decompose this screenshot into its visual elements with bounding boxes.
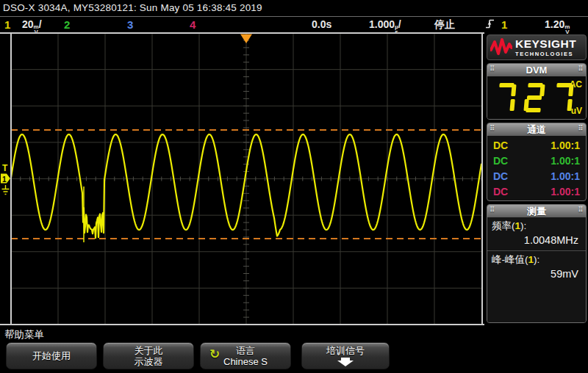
brand-sub: TECHNOLOGIES — [515, 51, 576, 57]
dvm-display: AC uV — [487, 76, 586, 119]
frequency-value: 1.0048MHz — [492, 233, 581, 249]
ground-symbol-icon — [2, 185, 10, 195]
graticule-grid — [11, 33, 481, 325]
svg-text:1: 1 — [2, 175, 7, 184]
measure-panel: ⠿ 测量 ⠿ 频率(1): 1.0048MHz 峰-峰值(1): 59mV — [487, 204, 587, 323]
grip-icon: ⠿ — [578, 206, 584, 214]
keysight-spark-icon — [490, 38, 512, 57]
trigger-level-marker[interactable]: T — [2, 163, 8, 173]
grip-icon: ⠿ — [490, 124, 495, 132]
trigger-slope-icon[interactable] — [485, 18, 495, 32]
measure-title: 测量 — [527, 205, 546, 218]
channel-row-4: DC 1.00:1 — [487, 184, 586, 199]
channels-panel-header[interactable]: ⠿ 通道 ⠿ — [487, 123, 586, 136]
softkey-language[interactable]: ↻ 语言 Chinese S — [200, 342, 291, 369]
grip-icon: ⠿ — [490, 65, 495, 73]
softkey-getting-started[interactable]: 开始使用 — [6, 342, 97, 369]
measurement-peak-to-peak: 峰-峰值(1): 59mV — [487, 251, 586, 284]
dvm-title: DVM — [526, 65, 548, 76]
dvm-mode: AC — [570, 79, 582, 90]
grip-icon: ⠿ — [578, 65, 584, 73]
dvm-panel-header[interactable]: ⠿ DVM ⠿ — [487, 64, 586, 76]
menu-title: 帮助菜单 — [4, 328, 44, 341]
peak-to-peak-value: 59mV — [492, 267, 581, 283]
channel-row-1: DC 1.00:1 — [487, 137, 586, 153]
brand-name: KEYSIGHT — [515, 38, 576, 50]
channels-title: 通道 — [527, 123, 546, 137]
softkey-training-signals[interactable]: 培训信号 — [301, 342, 390, 369]
down-arrow-icon — [337, 358, 354, 366]
grip-icon: ⠿ — [578, 124, 584, 132]
dvm-unit: uV — [571, 106, 582, 116]
dvm-panel: ⠿ DVM ⠿ AC uV — [487, 63, 587, 120]
softkey-about-oscilloscope[interactable]: 关于此 示波器 — [103, 342, 194, 369]
measure-panel-header[interactable]: ⠿ 测量 ⠿ — [487, 205, 586, 217]
channels-panel: ⠿ 通道 ⠿ DC 1.00:1 DC 1.00:1 DC 1.00:1 DC … — [487, 123, 587, 201]
trigger-level[interactable]: 1.20mV — [545, 18, 570, 34]
dvm-sevenseg-value — [496, 83, 573, 112]
sidebar: KEYSIGHT TECHNOLOGIES ⠿ DVM ⠿ AC uV ⠿ 通道… — [487, 35, 587, 326]
measurement-frequency: 频率(1): 1.0048MHz — [487, 217, 586, 251]
channel-row-3: DC 1.00:1 — [487, 168, 586, 184]
refresh-icon: ↻ — [209, 349, 220, 360]
trigger-time-marker[interactable] — [240, 35, 252, 44]
channel-row-2: DC 1.00:1 — [487, 153, 586, 168]
trigger-source[interactable]: 1 — [501, 18, 507, 31]
grip-icon: ⠿ — [490, 206, 495, 214]
sevenseg-digit — [523, 83, 545, 112]
sevenseg-digit — [495, 83, 516, 112]
waveform-plot: T1 — [0, 0, 487, 327]
keysight-logo: KEYSIGHT TECHNOLOGIES — [487, 35, 587, 60]
